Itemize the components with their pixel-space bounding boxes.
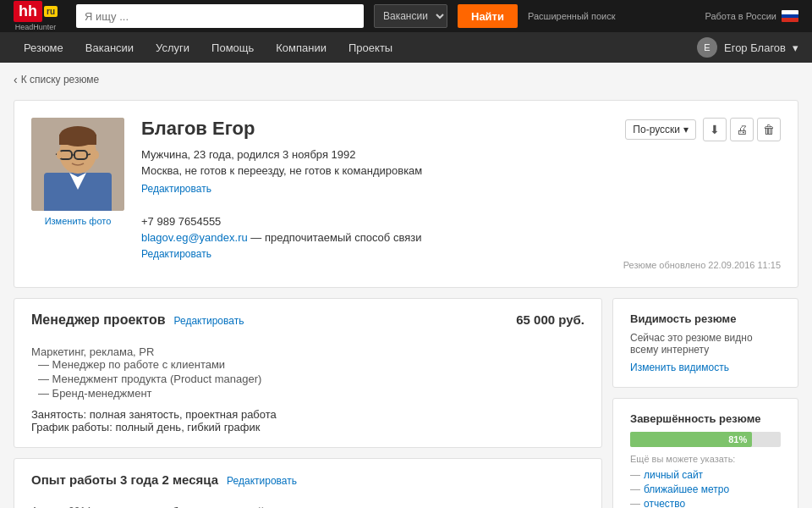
vacancies-select[interactable]: Вакансии (374, 4, 447, 28)
nav-item-help[interactable]: Помощь (201, 32, 264, 63)
print-button[interactable]: 🖨 (730, 118, 754, 141)
job-title: Менеджер проектов (31, 312, 166, 328)
page-content: ‹ К списку резюме (0, 63, 812, 508)
job-card: Менеджер проектов Редактировать 65 000 р… (14, 298, 602, 448)
advanced-search-link[interactable]: Расширенный поиск (528, 11, 616, 21)
experience-card: Опыт работы 3 года 2 месяца Редактироват… (14, 458, 602, 508)
nav-items: Резюме Вакансии Услуги Помощь Компании П… (14, 32, 697, 63)
spec-item-1: — Менеджер по работе с клиентами (38, 358, 584, 371)
logo-subtext: HeadHunter (15, 23, 57, 31)
progress-label: 81% (728, 434, 747, 444)
employment-info: Занятость: полная занятость, проектная р… (31, 408, 584, 433)
job-category: Маркетинг, реклама, PR — Менеджер по раб… (31, 345, 584, 400)
svg-line-8 (87, 154, 91, 155)
can-add-website-label: личный сайт (644, 469, 703, 481)
updated-text: Резюме обновлено 22.09.2016 11:15 (623, 243, 781, 270)
exp-title: Опыт работы 3 года 2 месяца (31, 472, 218, 487)
edit-job-link[interactable]: Редактировать (174, 315, 244, 327)
nav-item-companies[interactable]: Компании (266, 32, 337, 63)
job-header: Менеджер проектов Редактировать 65 000 р… (31, 312, 584, 337)
delete-button[interactable]: 🗑 (757, 118, 781, 141)
can-add-patronymic-label: отчество (644, 498, 685, 508)
search-input[interactable] (76, 4, 364, 28)
photo-svg (31, 118, 124, 211)
russia-flag-icon (782, 10, 798, 22)
edit-contacts-link[interactable]: Редактировать (141, 248, 211, 260)
svg-rect-10 (59, 135, 96, 145)
completion-card: Завершённость резюме 81% Ещё вы можете у… (612, 398, 798, 508)
can-add-metro-label: ближайшее метро (644, 483, 729, 495)
edit-exp-link[interactable]: Редактировать (227, 475, 297, 487)
logo: hh ru HeadHunter (14, 1, 58, 31)
nav-item-vacancies[interactable]: Вакансии (75, 32, 144, 63)
resume-meta: Мужчина, 23 года, родился 3 ноября 1992 (141, 148, 595, 161)
visibility-text: Сейчас это резюме видно всему интернету (630, 332, 781, 356)
two-col-layout: Менеджер проектов Редактировать 65 000 р… (14, 298, 798, 508)
back-link[interactable]: ‹ К списку резюме (14, 73, 99, 86)
nav-item-services[interactable]: Услуги (145, 32, 200, 63)
svg-point-11 (57, 151, 62, 159)
avatar: Е (697, 37, 717, 58)
resume-photo (31, 118, 124, 211)
can-add-patronymic[interactable]: — отчество (630, 498, 781, 508)
email-link[interactable]: blagov.eg@yandex.ru (141, 231, 248, 244)
nav-item-projects[interactable]: Проекты (338, 32, 403, 63)
action-icons: ⬇ 🖨 🗑 (703, 118, 781, 141)
main-nav: Резюме Вакансии Услуги Помощь Компании П… (0, 32, 812, 63)
logo-hh: hh (14, 1, 42, 22)
contact-info: +7 989 7654555 blagov.eg@yandex.ru — пре… (141, 215, 595, 270)
email-suffix: — предпочитаемый способ связи (250, 231, 421, 244)
search-wrap (76, 4, 364, 28)
progress-bar-wrap: 81% (630, 432, 781, 447)
sidebar: Видимость резюме Сейчас это резюме видно… (612, 298, 798, 508)
resume-location: Москва, не готов к переезду, не готов к … (141, 164, 595, 177)
right-column: По-русски ▾ ⬇ 🖨 🗑 Резюме обновлено 22.09… (612, 118, 781, 270)
change-visibility-link[interactable]: Изменить видимость (630, 362, 729, 373)
user-menu[interactable]: Е Егор Благов ▾ (697, 37, 798, 58)
user-name: Егор Благов (724, 41, 786, 54)
info-column: Благов Егор Мужчина, 23 года, родился 3 … (141, 118, 595, 270)
edit-personal-link[interactable]: Редактировать (141, 183, 211, 195)
spec-item-2: — Менеджмент продукта (Product manager) (38, 373, 584, 385)
can-add-title: Ещё вы можете указать: (630, 454, 781, 464)
spec-item-3: — Бренд-менеджмент (38, 387, 584, 400)
back-arrow-icon: ‹ (14, 73, 18, 86)
resume-header-card: Изменить фото Благов Егор Мужчина, 23 го… (14, 100, 798, 288)
work-in-russia: Работа в России (705, 10, 798, 22)
language-label: По-русски (633, 124, 680, 135)
chevron-down-icon: ▾ (793, 41, 798, 54)
nav-item-resume[interactable]: Резюме (14, 32, 74, 63)
salary: 65 000 руб. (516, 312, 584, 327)
svg-point-12 (94, 151, 99, 159)
can-add-metro[interactable]: — ближайшее метро (630, 483, 781, 495)
email-line: blagov.eg@yandex.ru — предпочитаемый спо… (141, 231, 595, 244)
language-selector[interactable]: По-русски ▾ (625, 119, 696, 140)
progress-bar-fill: 81% (630, 432, 752, 447)
top-bar: hh ru HeadHunter Вакансии Найти Расширен… (0, 0, 812, 32)
chevron-down-icon: ▾ (683, 124, 689, 135)
can-add-website[interactable]: — личный сайт (630, 469, 781, 481)
completion-title: Завершённость резюме (630, 412, 781, 425)
change-photo-link[interactable]: Изменить фото (45, 216, 112, 226)
logo-ru: ru (44, 6, 58, 17)
download-button[interactable]: ⬇ (703, 118, 727, 141)
search-button[interactable]: Найти (458, 4, 518, 28)
phone-number: +7 989 7654555 (141, 215, 595, 228)
main-column: Менеджер проектов Редактировать 65 000 р… (14, 298, 602, 508)
photo-column: Изменить фото (31, 118, 124, 270)
visibility-card: Видимость резюме Сейчас это резюме видно… (612, 298, 798, 388)
exp-header: Опыт работы 3 года 2 месяца Редактироват… (31, 472, 584, 497)
resume-name: Благов Егор (141, 118, 595, 140)
visibility-title: Видимость резюме (630, 312, 781, 325)
